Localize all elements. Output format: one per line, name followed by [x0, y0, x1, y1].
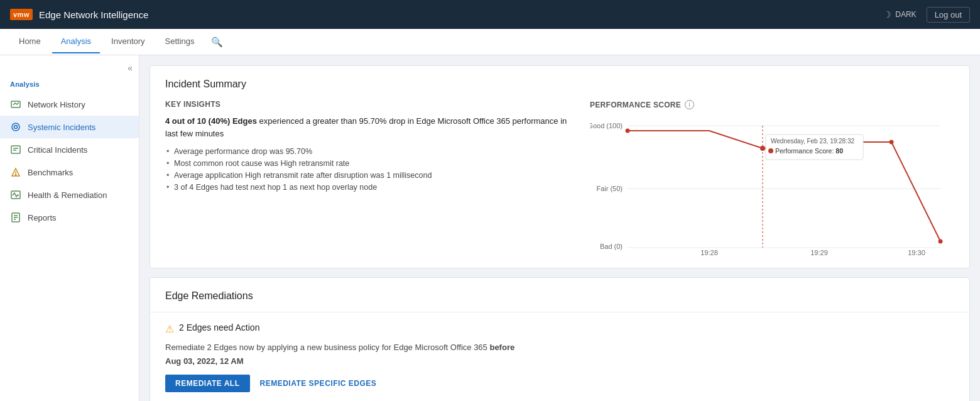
- sidebar-label-critical-incidents: Critical Incidents: [28, 145, 87, 155]
- remediate-specific-button[interactable]: REMEDIATE SPECIFIC EDGES: [258, 375, 379, 392]
- bullet-3: Average application High retransmit rate…: [165, 171, 577, 180]
- dark-toggle[interactable]: ☽ DARK: [883, 9, 916, 19]
- alert-title: 2 Edges need Action: [179, 322, 259, 332]
- edge-remediations-title: Edge Remediations: [165, 290, 954, 302]
- svg-point-1: [12, 123, 19, 131]
- health-remediation-icon: [10, 189, 21, 200]
- svg-text:19:30: 19:30: [908, 249, 925, 255]
- logout-button[interactable]: Log out: [927, 7, 970, 23]
- perf-score-header: Performance Score i: [590, 100, 954, 109]
- remediate-all-button[interactable]: REMEDIATE ALL: [165, 375, 250, 392]
- tab-analysis[interactable]: Analysis: [52, 30, 100, 53]
- sidebar: « Analysis Network History Systemic Inci…: [0, 55, 139, 401]
- incident-layout: Key Insights 4 out of 10 (40%) Edges exp…: [165, 100, 954, 255]
- svg-text:Fair (50): Fair (50): [596, 185, 623, 192]
- reports-icon: [10, 212, 21, 223]
- svg-point-24: [939, 239, 943, 244]
- svg-text:19:29: 19:29: [810, 249, 828, 255]
- info-icon[interactable]: i: [685, 100, 694, 109]
- svg-point-27: [768, 148, 773, 153]
- warning-icon: ⚠: [165, 323, 174, 335]
- remediation-warning: ⚠ 2 Edges need Action: [165, 322, 954, 335]
- dark-label: DARK: [895, 10, 916, 19]
- main-layout: « Analysis Network History Systemic Inci…: [0, 55, 980, 401]
- vmw-logo: vmw: [10, 9, 33, 20]
- tab-home[interactable]: Home: [10, 30, 50, 53]
- bullet-1: Average performance drop was 95.70%: [165, 147, 577, 156]
- sidebar-item-health-remediation[interactable]: Health & Remediation: [0, 184, 139, 206]
- svg-point-20: [626, 129, 630, 133]
- svg-rect-0: [11, 101, 20, 107]
- sidebar-section-label: Analysis: [0, 78, 139, 93]
- key-insights-panel: Key Insights 4 out of 10 (40%) Edges exp…: [165, 100, 577, 255]
- svg-point-8: [15, 174, 16, 175]
- moon-icon: ☽: [883, 9, 891, 19]
- sidebar-label-network-history: Network History: [28, 100, 85, 109]
- key-insights-label: Key Insights: [165, 100, 577, 109]
- sidebar-item-systemic-incidents[interactable]: Systemic Incidents: [0, 116, 139, 138]
- edge-remediations-card: Edge Remediations ⚠ 2 Edges need Action …: [150, 277, 970, 401]
- performance-score-chart: Good (100) Fair (50) Bad (0): [590, 117, 954, 255]
- topbar: vmw Edge Network Intelligence ☽ DARK Log…: [0, 0, 980, 29]
- tab-inventory[interactable]: Inventory: [102, 30, 153, 53]
- svg-rect-3: [11, 146, 20, 153]
- incident-summary-title: Incident Summary: [165, 79, 954, 90]
- sidebar-collapse-area: «: [0, 60, 139, 78]
- button-row: REMEDIATE ALL REMEDIATE SPECIFIC EDGES: [165, 375, 954, 392]
- topbar-logo: vmw Edge Network Intelligence: [10, 9, 883, 20]
- svg-text:Performance Score: 80: Performance Score: 80: [775, 147, 843, 155]
- collapse-button[interactable]: «: [128, 63, 133, 73]
- search-icon[interactable]: 🔍: [211, 36, 223, 48]
- svg-text:Bad (0): Bad (0): [600, 243, 623, 250]
- chart-svg: Good (100) Fair (50) Bad (0): [590, 117, 954, 255]
- svg-text:19:28: 19:28: [700, 249, 718, 255]
- sidebar-item-network-history[interactable]: Network History: [0, 93, 139, 116]
- remediation-date: Aug 03, 2022, 12 AM: [165, 356, 954, 366]
- critical-incidents-icon: [10, 144, 21, 155]
- svg-point-23: [890, 140, 894, 145]
- incident-summary-card: Incident Summary Key Insights 4 out of 1…: [150, 65, 970, 268]
- systemic-incidents-icon: [10, 121, 21, 133]
- network-history-icon: [10, 99, 21, 110]
- tab-navigation: Home Analysis Inventory Settings 🔍: [0, 29, 980, 55]
- main-content: Incident Summary Key Insights 4 out of 1…: [139, 55, 980, 401]
- svg-point-2: [14, 126, 18, 129]
- svg-text:Good (100): Good (100): [590, 122, 623, 129]
- tab-settings[interactable]: Settings: [156, 30, 204, 53]
- sidebar-label-health-remediation: Health & Remediation: [28, 190, 107, 200]
- insight-headline: 4 out of 10 (40%) Edges experienced a gr…: [165, 115, 577, 140]
- benchmarks-icon: [10, 167, 21, 178]
- bullet-2: Most common root cause was High retransm…: [165, 159, 577, 168]
- sidebar-label-benchmarks: Benchmarks: [28, 168, 73, 177]
- app-title: Edge Network Intelligence: [39, 9, 148, 20]
- card-divider: [150, 312, 969, 312]
- remediation-text: Remediate 2 Edges now by applying a new …: [165, 341, 954, 354]
- perf-score-title: Performance Score: [590, 101, 681, 109]
- sidebar-item-benchmarks[interactable]: Benchmarks: [0, 161, 139, 184]
- sidebar-label-reports: Reports: [28, 213, 57, 222]
- performance-score-panel: Performance Score i Good (100) Fair (50)…: [590, 100, 954, 255]
- insight-bullets: Average performance drop was 95.70% Most…: [165, 147, 577, 192]
- topbar-right: ☽ DARK Log out: [883, 7, 970, 23]
- svg-text:Wednesday, Feb 23, 19:28:32: Wednesday, Feb 23, 19:28:32: [771, 138, 854, 145]
- sidebar-item-reports[interactable]: Reports: [0, 206, 139, 229]
- sidebar-item-critical-incidents[interactable]: Critical Incidents: [0, 138, 139, 161]
- sidebar-label-systemic-incidents: Systemic Incidents: [28, 123, 95, 132]
- bullet-4: 3 of 4 Edges had test next hop 1 as next…: [165, 183, 577, 192]
